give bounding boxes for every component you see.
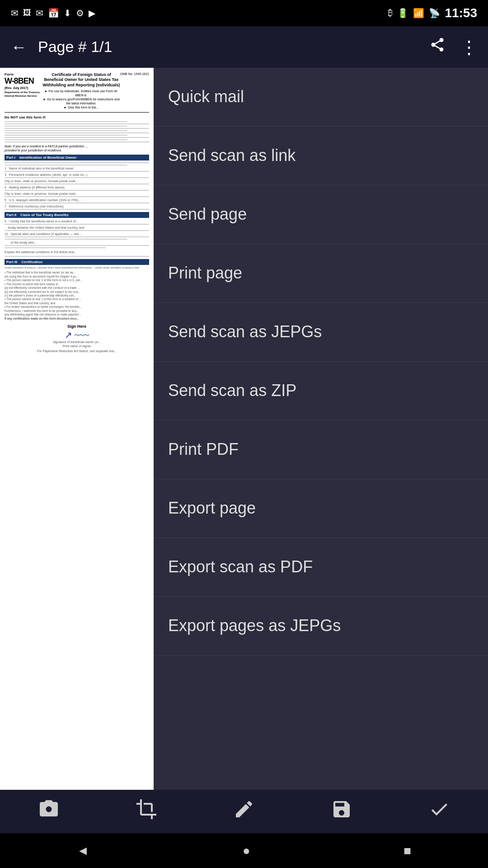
menu-item-export-pages-jpegs-label: Export pages as JEPGs (168, 616, 341, 635)
menu-item-send-scan-link[interactable]: Send scan as link (154, 127, 488, 185)
menu-item-send-scan-zip[interactable]: Send scan as ZIP (154, 362, 488, 420)
photo-icon: 🖼 (23, 8, 31, 18)
menu-item-send-scan-zip-label: Send scan as ZIP (168, 381, 296, 400)
nav-back-button[interactable]: ◄ (77, 844, 89, 858)
gmail2-icon: ✉ (36, 8, 43, 19)
play-icon: ▶ (89, 8, 95, 19)
menu-item-send-scan-jpegs-label: Send scan as JEPGs (168, 322, 322, 341)
wifi-icon: 📶 (413, 8, 424, 19)
nav-edit[interactable] (195, 798, 293, 825)
battery-icon: 🔋 (397, 8, 408, 19)
menu-item-print-pdf-label: Print PDF (168, 440, 239, 459)
context-menu: Quick mail Send scan as link Send page P… (154, 68, 488, 790)
menu-item-export-pages-jpegs[interactable]: Export pages as JEPGs (154, 597, 488, 656)
menu-item-send-page-label: Send page (168, 205, 247, 224)
gmail-icon: ✉ (11, 8, 19, 19)
bluetooth-icon: ₿ (388, 8, 393, 18)
app-bar: ← Page # 1/1 ⋮ (0, 26, 488, 68)
menu-item-print-page-label: Print page (168, 264, 242, 283)
calendar-icon: 📅 (48, 8, 59, 19)
status-bar: ✉ 🖼 ✉ 📅 ⬇ ⚙ ▶ ₿ 🔋 📶 📡 11:53 (0, 0, 488, 26)
bottom-nav (0, 790, 488, 833)
status-bar-left: ✉ 🖼 ✉ 📅 ⬇ ⚙ ▶ (11, 8, 95, 19)
nav-save[interactable] (293, 798, 390, 825)
main-content: Form W-8BEN (Rev. July 2017) Department … (0, 68, 488, 790)
menu-item-send-scan-jpegs[interactable]: Send scan as JEPGs (154, 303, 488, 362)
signal-icon: 📡 (429, 8, 440, 19)
status-bar-right: ₿ 🔋 📶 📡 11:53 (388, 6, 477, 20)
check-icon (428, 798, 450, 825)
status-time: 11:53 (445, 6, 477, 20)
menu-item-export-scan-pdf[interactable]: Export scan as PDF (154, 538, 488, 597)
pencil-icon (233, 798, 255, 825)
menu-item-export-page-label: Export page (168, 499, 256, 518)
more-options-button[interactable]: ⋮ (460, 37, 477, 57)
nav-camera[interactable] (0, 798, 98, 825)
document-image: Form W-8BEN (Rev. July 2017) Department … (0, 68, 154, 790)
document-preview: Form W-8BEN (Rev. July 2017) Department … (0, 68, 154, 790)
nav-home-button[interactable]: ● (243, 844, 250, 858)
back-button[interactable]: ← (11, 38, 27, 57)
screen: ✉ 🖼 ✉ 📅 ⬇ ⚙ ▶ ₿ 🔋 📶 📡 11:53 ← (0, 0, 488, 868)
save-icon (331, 798, 352, 825)
menu-item-print-page[interactable]: Print page (154, 244, 488, 303)
app-bar-actions: ⋮ (429, 37, 477, 57)
nav-recent-button[interactable]: ■ (404, 844, 411, 858)
menu-item-export-scan-pdf-label: Export scan as PDF (168, 557, 313, 576)
camera-icon (38, 798, 60, 825)
menu-item-send-scan-link-label: Send scan as link (168, 146, 296, 165)
download-icon: ⬇ (64, 8, 71, 19)
nav-crop[interactable] (98, 798, 195, 825)
crop-icon (136, 798, 157, 825)
share-button[interactable] (429, 37, 446, 57)
system-nav-bar: ◄ ● ■ (0, 833, 488, 868)
menu-item-quick-mail[interactable]: Quick mail (154, 68, 488, 127)
nav-check[interactable] (390, 798, 488, 825)
menu-item-export-page[interactable]: Export page (154, 479, 488, 538)
menu-item-send-page[interactable]: Send page (154, 185, 488, 244)
menu-item-print-pdf[interactable]: Print PDF (154, 420, 488, 479)
page-title: Page # 1/1 (38, 38, 418, 56)
settings-icon: ⚙ (76, 8, 84, 19)
menu-item-quick-mail-label: Quick mail (168, 87, 244, 106)
